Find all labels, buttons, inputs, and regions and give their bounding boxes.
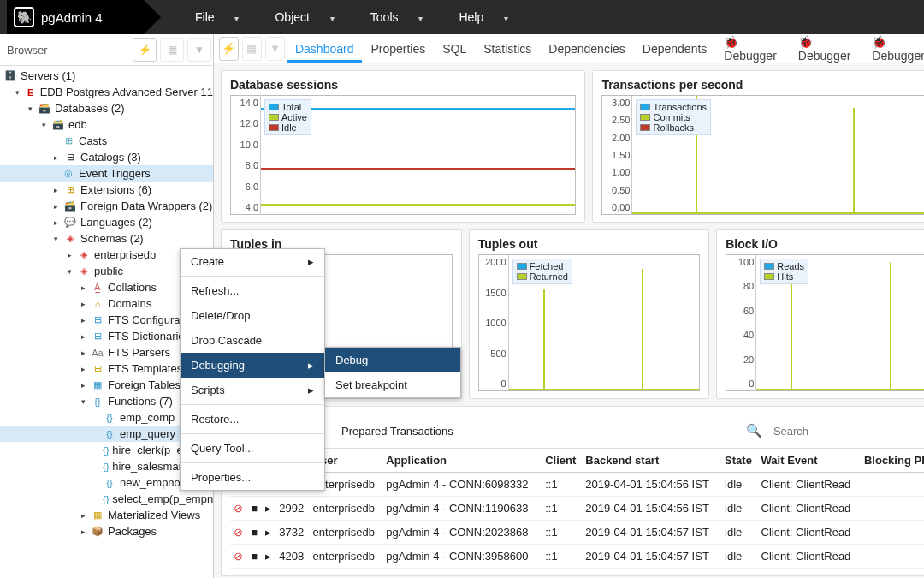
ctx-restore[interactable]: Restore... [181, 407, 324, 432]
table-row[interactable]: ⊘■▸2568enterprisedbpgAdmin 4 - CONN:6098… [230, 473, 924, 497]
ctx-create[interactable]: Create▸ [181, 249, 324, 274]
tree-edbserver[interactable]: ▾EEDB Postgres Advanced Server 11 [0, 84, 213, 100]
cell-state: idle [721, 521, 757, 545]
package-icon: 📦 [91, 526, 104, 538]
cell-wait: Client: ClientRead [758, 473, 861, 497]
app-title: pgAdmin 4 [41, 10, 103, 25]
menu-file[interactable]: File ▾ [178, 5, 256, 29]
chart-tps: 3.002.502.001.501.000.500.00 Transaction… [601, 95, 924, 215]
grid-icon[interactable]: ▦ [160, 38, 184, 62]
server-group-icon: 🗄️ [3, 70, 17, 82]
table-row[interactable]: ⊘■▸3732enterprisedbpgAdmin 4 - CONN:2023… [230, 521, 924, 545]
ctx-dropcascade[interactable]: Drop Cascade [181, 328, 324, 353]
panel-tps: Transactions per second 3.002.502.001.50… [592, 70, 924, 223]
tree-schemas[interactable]: ▾◈Schemas (2) [0, 230, 213, 247]
fts-dict-icon: ⊟ [91, 331, 104, 343]
grid-toolbar-icon[interactable]: ▦ [242, 37, 262, 61]
cell-app: pgAdmin 4 - CONN:6098332 [382, 473, 542, 497]
function-icon: {} [103, 477, 116, 489]
tree-extensions[interactable]: ▸⊞Extensions (6) [0, 182, 213, 198]
chevron-right-icon: ▸ [308, 359, 314, 372]
ctx-debugging[interactable]: Debugging▸ [181, 353, 324, 378]
table-row[interactable]: ⊘■▸4208enterprisedbpgAdmin 4 - CONN:3958… [230, 545, 924, 569]
col-header: Wait Event [758, 449, 861, 473]
expand-icon[interactable]: ▸ [265, 502, 271, 515]
cell-start: 2019-04-01 15:04:57 IST [582, 545, 721, 569]
bug-icon: 🐞 [798, 35, 813, 49]
cell-client: ::1 [542, 473, 582, 497]
ctx-querytool[interactable]: Query Tool... [181, 436, 324, 461]
search-icon[interactable]: 🔍 [743, 419, 767, 443]
ctx-delete[interactable]: Delete/Drop [181, 303, 324, 328]
cell-app: pgAdmin 4 - CONN:3958600 [382, 545, 542, 569]
extension-icon: ⊞ [63, 184, 77, 196]
cell-pid: 3732 [275, 521, 309, 545]
schema-item-icon: ◈ [77, 249, 91, 261]
fts-config-icon: ⊟ [91, 314, 104, 326]
stop-icon[interactable]: ■ [251, 502, 258, 515]
expand-icon[interactable]: ▸ [265, 526, 271, 539]
col-header: Backend start [582, 449, 721, 473]
ctx-refresh[interactable]: Refresh... [181, 278, 324, 303]
menu-help[interactable]: Help ▾ [441, 5, 525, 29]
filter-icon[interactable]: ▼ [187, 38, 211, 62]
cell-client: ::1 [542, 521, 582, 545]
cell-state: idle [721, 545, 757, 569]
tab-statistics[interactable]: Statistics [475, 35, 540, 63]
cell-pid: 4208 [275, 545, 309, 569]
tree-fn-selectemp[interactable]: {}select_emp(p_empno) [0, 491, 213, 507]
tab-dashboard[interactable]: Dashboard [287, 35, 363, 63]
table-row[interactable]: ⊘■▸2992enterprisedbpgAdmin 4 - CONN:1190… [230, 497, 924, 521]
ctx-scripts[interactable]: Scripts▸ [181, 378, 324, 402]
domain-icon: ⌂ [91, 298, 104, 310]
submenu-setbreakpoint[interactable]: Set breakpoint [325, 372, 460, 397]
tree-casts[interactable]: ⊞Casts [0, 133, 213, 149]
menu-tools[interactable]: Tools ▾ [353, 5, 441, 29]
schema-icon: ◈ [63, 233, 77, 245]
database-icon: 🗃️ [38, 103, 51, 115]
matview-icon: ▦ [91, 509, 104, 521]
bolt-icon[interactable]: ⚡ [133, 38, 157, 62]
cell-wait: Client: ClientRead [758, 521, 861, 545]
tab-dependents[interactable]: Dependents [634, 35, 716, 63]
cell-start: 2019-04-01 15:04:56 IST [582, 473, 721, 497]
tree-fdw[interactable]: ▸🗃️Foreign Data Wrappers (2) [0, 198, 213, 214]
submenu-debug[interactable]: Debug [325, 348, 460, 372]
ctx-properties[interactable]: Properties... [181, 465, 324, 490]
tree-matviews[interactable]: ▸▦Materialized Views [0, 507, 213, 523]
panel-block-io: Block I/O 100806040200 Reads Hits [716, 229, 924, 399]
tree-packages[interactable]: ▸📦Packages [0, 523, 213, 539]
event-trigger-icon: ◎ [62, 168, 75, 180]
cell-pid: 2992 [275, 497, 309, 521]
bolt-toolbar-icon[interactable]: ⚡ [219, 37, 239, 61]
language-icon: 💬 [63, 217, 77, 229]
tab-dependencies[interactable]: Dependencies [540, 35, 634, 63]
tab-properties[interactable]: Properties [362, 35, 434, 63]
tab-sql[interactable]: SQL [434, 35, 475, 63]
col-header: Application [382, 449, 542, 473]
tree-catalogs[interactable]: ▸⊟Catalogs (3) [0, 149, 213, 165]
subtab-prepared[interactable]: Prepared Transactions [333, 421, 462, 441]
functions-icon: {} [91, 396, 104, 408]
tree-databases[interactable]: ▾🗃️Databases (2) [0, 100, 213, 116]
stop-icon[interactable]: ■ [251, 550, 258, 563]
tree-edb[interactable]: ▾🗃️edb [0, 116, 213, 133]
terminate-icon[interactable]: ⊘ [234, 502, 243, 515]
tree-languages[interactable]: ▸💬Languages (2) [0, 214, 213, 230]
foreign-table-icon: ▦ [91, 379, 104, 391]
terminate-icon[interactable]: ⊘ [234, 526, 243, 539]
filter-toolbar-icon[interactable]: ▼ [265, 37, 285, 61]
bug-icon: 🐞 [724, 35, 738, 49]
tree-servers[interactable]: 🗄️Servers (1) [0, 68, 213, 84]
function-icon: {} [103, 461, 109, 473]
browser-title: Browser [0, 39, 131, 62]
expand-icon[interactable]: ▸ [265, 550, 271, 563]
terminate-icon[interactable]: ⊘ [234, 550, 243, 563]
chart-blockio: 100806040200 Reads Hits [726, 254, 924, 391]
search-input[interactable] [770, 421, 921, 441]
menu-object[interactable]: Object ▾ [258, 5, 351, 29]
cell-user: enterprisedb [310, 521, 383, 545]
stop-icon[interactable]: ■ [251, 526, 258, 539]
catalog-icon: ⊟ [63, 152, 77, 164]
tree-eventtriggers[interactable]: ◎Event Triggers [0, 165, 213, 182]
